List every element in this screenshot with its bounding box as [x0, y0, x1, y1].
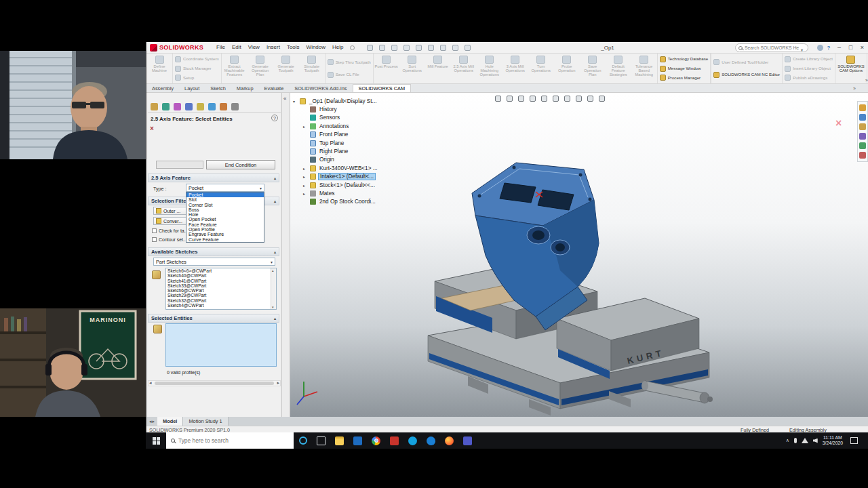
dimxpert-tab-icon[interactable] [185, 103, 193, 110]
checkbox-row[interactable]: Check for ta... [152, 228, 189, 233]
network-icon[interactable] [802, 438, 808, 443]
tree-expand-icon[interactable] [303, 166, 308, 171]
selected-entities-box[interactable] [165, 323, 277, 367]
panel-splitter[interactable]: « [282, 93, 290, 417]
previous-view-icon[interactable] [517, 94, 526, 102]
confirmation-corner-cancel-icon[interactable]: × [835, 117, 842, 129]
start-button[interactable] [146, 432, 166, 449]
configurationmanager-tab-icon[interactable] [174, 103, 181, 110]
sketch-list-item[interactable]: Sketch41@CWPart [166, 279, 276, 283]
volume-icon[interactable] [813, 439, 818, 443]
design-library-icon[interactable] [859, 114, 866, 121]
redo-icon[interactable] [427, 43, 436, 52]
cam-feature-tree-tab-icon[interactable] [208, 103, 216, 110]
collapse-panel-icon[interactable]: « [283, 96, 286, 102]
open-icon[interactable] [378, 43, 387, 52]
menu-item[interactable]: Edit [229, 42, 245, 53]
appearances-icon[interactable] [859, 142, 866, 149]
tree-expand-icon[interactable] [303, 174, 308, 179]
ribbon-button[interactable]: Technology Database [658, 55, 711, 64]
tree-item[interactable]: Intake<1> (Default<... [293, 173, 408, 181]
ribbon-button[interactable]: 2.5 Axis Mill Operations [451, 54, 477, 83]
undo-icon[interactable] [414, 43, 424, 52]
pin-menu-icon[interactable] [350, 45, 355, 50]
tree-item[interactable]: Kurt-3400V-WEB<1> ... [293, 164, 408, 172]
maximize-button[interactable]: □ [846, 43, 856, 52]
ribbon-button[interactable]: Step Thru Toolpath [326, 58, 373, 66]
tree-root[interactable]: _Op1 (Default<Display St... [293, 97, 408, 105]
menu-item[interactable]: Window [303, 42, 329, 53]
tree-item[interactable]: 2nd Op Stock Coordi... [293, 198, 408, 206]
setup-field[interactable] [156, 161, 203, 169]
edit-appearance-icon[interactable] [574, 94, 583, 102]
hide-show-items-icon[interactable] [563, 94, 572, 102]
ribbon-button[interactable]: Setup [173, 73, 221, 82]
ribbon-button[interactable]: Save Operation Plan [580, 54, 606, 83]
ribbon-button[interactable]: Coordinate System [173, 55, 221, 64]
display-manager-tab-icon[interactable] [197, 103, 204, 110]
ribbon-button[interactable]: Probe Operation [554, 54, 580, 83]
tree-item[interactable]: Stock<1> (Default<<... [293, 181, 408, 189]
cam-operation-tree-tab-icon[interactable] [220, 103, 227, 110]
tree-collapse-icon[interactable] [293, 99, 298, 104]
ribbon-button[interactable]: Tolerance Based Machining [631, 54, 657, 83]
commandmanager-tab[interactable]: SOLIDWORKS CAM [353, 84, 412, 92]
taskbar-clock[interactable]: 11:11 AM 3/24/2020 [823, 435, 843, 446]
commandmanager-tab[interactable]: Markup [231, 84, 259, 92]
dropdown-option[interactable]: Open Profile [186, 227, 264, 232]
ribbon-button[interactable]: Post Process [374, 54, 399, 83]
zoom-area-icon[interactable] [505, 94, 514, 102]
dropdown-option[interactable]: Curve Feature [186, 237, 264, 242]
view-orientation-icon[interactable] [540, 94, 549, 102]
display-style-icon[interactable] [551, 94, 560, 102]
ribbon-button[interactable]: Sort Operations [399, 54, 425, 83]
ribbon-button[interactable]: Publish eDrawings [783, 73, 835, 82]
model-tab[interactable]: Model [157, 417, 183, 426]
menu-item[interactable]: Tools [283, 42, 303, 53]
taskbar-search-input[interactable] [178, 437, 273, 444]
user-account-icon[interactable] [817, 45, 823, 51]
dropdown-option[interactable]: Open Pocket [186, 217, 264, 222]
commandmanager-tab[interactable]: Assembly [146, 84, 179, 92]
tree-item[interactable]: Annotations [293, 122, 408, 130]
ribbon-button[interactable]: Simulate Toolpath [299, 54, 325, 83]
ribbon-button[interactable]: Mill Feature [425, 54, 451, 83]
tree-item[interactable]: History [293, 105, 408, 113]
menu-item[interactable]: Insert [263, 42, 283, 53]
commandmanager-tab[interactable]: Sketch [205, 84, 231, 92]
group-header-selected[interactable]: Selected Entities [148, 314, 279, 323]
sketch-list-item[interactable]: Sketch6@CWPart [166, 288, 276, 293]
end-condition-tab[interactable]: End Condition [206, 160, 275, 169]
ribbon-button[interactable]: SOLIDWORKS CAM Options [835, 54, 867, 83]
panel-horizontal-scrollbar[interactable] [148, 380, 281, 386]
ribbon-button[interactable]: Default Feature Strategies [606, 54, 631, 83]
close-button[interactable]: × [857, 43, 867, 52]
scroll-left-icon[interactable]: ◂ [149, 419, 152, 424]
ribbon-button[interactable]: Process Manager [658, 73, 711, 82]
list-scrollbar[interactable] [271, 268, 276, 309]
ribbon-button[interactable]: Extract Machinable Features [222, 54, 248, 83]
ribbon-button[interactable]: Create Library Object [783, 55, 835, 64]
tree-item[interactable]: Sensors [293, 114, 408, 122]
sketch-list-item[interactable]: Sketch6<6>@CWPart [166, 268, 276, 273]
ribbon-button[interactable]: User Defined Tool/Holder [711, 58, 782, 66]
view-palette-icon[interactable] [859, 133, 866, 140]
file-explorer-pane-icon[interactable] [859, 123, 866, 130]
ribbon-button[interactable]: 3 Axis Mill Operations [502, 54, 528, 83]
minimize-button[interactable]: – [834, 43, 844, 52]
feature-type-combo[interactable]: Pocket [186, 184, 264, 192]
entity-select-icon[interactable] [153, 325, 162, 333]
sketch-select-icon[interactable] [152, 270, 161, 279]
dropdown-option[interactable]: Pocket [186, 192, 264, 197]
panel-help-icon[interactable]: ? [271, 115, 278, 121]
save-icon[interactable] [390, 43, 399, 52]
taskbar-search-box[interactable] [166, 432, 294, 449]
group-header-sketches[interactable]: Available Sketches [148, 247, 279, 256]
commandmanager-tab[interactable]: Evaluate [259, 84, 290, 92]
model-tab[interactable]: Motion Study 1 [183, 417, 228, 426]
tree-item[interactable]: Right Plane [293, 147, 408, 155]
section-view-icon[interactable] [528, 94, 537, 102]
sketch-list-item[interactable]: Sketch29@CWPart [166, 293, 276, 298]
dropdown-option[interactable]: Slot [186, 197, 264, 202]
chevron-down-icon[interactable] [801, 42, 803, 54]
